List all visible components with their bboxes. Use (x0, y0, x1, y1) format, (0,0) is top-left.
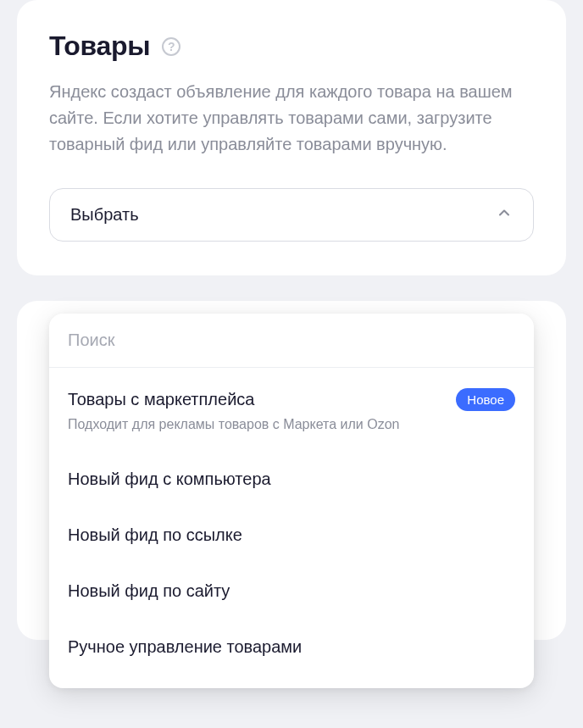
option-feed-link[interactable]: Новый фид по ссылке (49, 507, 534, 563)
option-text: Новый фид с компьютера (68, 468, 515, 490)
chevron-up-icon (496, 204, 513, 225)
option-label: Новый фид по сайту (68, 580, 515, 602)
option-label: Новый фид с компьютера (68, 468, 515, 490)
option-manual[interactable]: Ручное управление товарами (49, 619, 534, 675)
description-text: Яндекс создаст объявление для каждого то… (49, 79, 534, 158)
new-badge: Новое (456, 388, 515, 411)
option-marketplace[interactable]: Товары с маркетплейса Подходит для рекла… (49, 371, 534, 451)
title-row: Товары ? (49, 31, 534, 62)
option-label: Ручное управление товарами (68, 636, 515, 658)
option-label: Товары с маркетплейса (68, 388, 442, 410)
source-dropdown: Товары с маркетплейса Подходит для рекла… (49, 314, 534, 688)
select-value: Выбрать (70, 205, 139, 225)
option-text: Ручное управление товарами (68, 636, 515, 658)
option-feed-site[interactable]: Новый фид по сайту (49, 563, 534, 619)
source-select[interactable]: Выбрать (49, 188, 534, 242)
option-text: Товары с маркетплейса Подходит для рекла… (68, 388, 442, 434)
option-text: Новый фид по ссылке (68, 524, 515, 546)
search-row (49, 314, 534, 368)
search-input[interactable] (68, 331, 515, 350)
page-title: Товары (49, 31, 150, 62)
option-label: Новый фид по ссылке (68, 524, 515, 546)
help-icon[interactable]: ? (162, 37, 180, 56)
option-text: Новый фид по сайту (68, 580, 515, 602)
options-list: Товары с маркетплейса Подходит для рекла… (49, 368, 534, 688)
products-card: Товары ? Яндекс создаст объявление для к… (17, 0, 566, 275)
option-feed-computer[interactable]: Новый фид с компьютера (49, 451, 534, 507)
option-sublabel: Подходит для рекламы товаров с Маркета и… (68, 415, 442, 434)
